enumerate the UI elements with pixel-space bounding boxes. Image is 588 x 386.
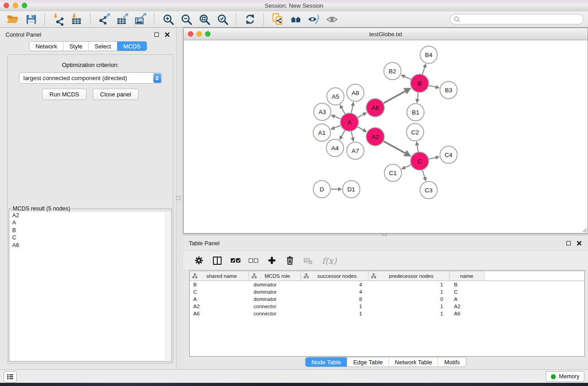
search-input[interactable] xyxy=(462,15,583,23)
graph-node-B3[interactable]: B3 xyxy=(440,81,457,99)
graph-node-B1[interactable]: B1 xyxy=(407,104,424,121)
graph-node-D1[interactable]: D1 xyxy=(343,181,360,198)
zoom-selected-icon[interactable] xyxy=(215,12,229,26)
graph-edge-C-C1[interactable] xyxy=(402,165,411,169)
mcds-result-item[interactable]: A xyxy=(10,219,171,226)
graph-edge-A-A7[interactable] xyxy=(351,132,353,141)
export-image-icon[interactable] xyxy=(134,12,148,26)
mcds-result-item[interactable]: A6 xyxy=(10,242,171,249)
delete-column-icon[interactable] xyxy=(285,255,295,266)
graph-edge-B-B3[interactable] xyxy=(429,86,439,88)
columns-icon[interactable] xyxy=(212,255,223,266)
import-network-icon[interactable] xyxy=(52,12,66,26)
table-row[interactable]: Cdominator41C xyxy=(190,288,584,295)
tab-network-table[interactable]: Network Table xyxy=(388,357,438,367)
graph-node-A3[interactable]: A3 xyxy=(314,103,331,120)
column-header-successor-nodes[interactable]: successor nodes xyxy=(301,271,368,281)
graph-node-D[interactable]: D xyxy=(313,181,330,198)
mcds-result-list[interactable]: A2ABCA6 xyxy=(10,212,171,361)
graph-edge-A-A2[interactable] xyxy=(358,127,366,131)
graph-node-A1[interactable]: A1 xyxy=(313,124,330,141)
zoom-out-icon[interactable] xyxy=(179,12,193,26)
network-canvas[interactable]: B4B2BB3A8A5A6A3B1AA1C2A2A4A7C4CC1C3DD1 xyxy=(184,40,588,233)
graph-node-B4[interactable]: B4 xyxy=(420,46,437,63)
graph-edge-A-A5[interactable] xyxy=(340,105,345,114)
graph-edge-B-B4[interactable] xyxy=(422,64,425,74)
show-display-icon[interactable] xyxy=(325,12,339,26)
tab-motifs[interactable]: Motifs xyxy=(438,357,466,367)
tab-mcds[interactable]: MCDS xyxy=(117,42,146,51)
graph-node-C3[interactable]: C3 xyxy=(420,181,437,199)
graph-edge-A6-B[interactable] xyxy=(383,89,410,103)
graph-edge-A-A6[interactable] xyxy=(358,113,366,117)
float-table-panel-icon[interactable] xyxy=(565,239,572,247)
graph-edge-C-C2[interactable] xyxy=(416,142,418,152)
deselect-all-checkboxes-icon[interactable] xyxy=(249,255,259,266)
graph-node-C2[interactable]: C2 xyxy=(406,124,424,141)
scrollbar-track[interactable] xyxy=(165,212,171,361)
select-all-checkboxes-icon[interactable] xyxy=(230,255,241,266)
tab-style[interactable]: Style xyxy=(63,42,88,51)
close-panel-icon[interactable] xyxy=(163,31,171,38)
mcds-result-item[interactable]: C xyxy=(10,234,171,241)
graph-node-C4[interactable]: C4 xyxy=(440,146,457,163)
graph-node-C1[interactable]: C1 xyxy=(384,164,402,181)
graph-node-B2[interactable]: B2 xyxy=(384,62,401,80)
graph-edge-A-A8[interactable] xyxy=(351,103,354,113)
export-network-icon[interactable] xyxy=(97,12,111,26)
zoom-network-window-button[interactable] xyxy=(205,31,210,37)
close-table-panel-icon[interactable] xyxy=(575,239,583,247)
graph-node-C[interactable]: C xyxy=(411,152,429,170)
tab-edge-table[interactable]: Edge Table xyxy=(347,357,388,367)
open-file-icon[interactable] xyxy=(6,12,20,26)
float-panel-icon[interactable] xyxy=(153,31,160,38)
minimize-network-window-button[interactable] xyxy=(196,31,202,37)
export-table-icon[interactable] xyxy=(115,12,129,26)
table-row[interactable]: A2connector11A2 xyxy=(190,303,584,310)
column-header-name[interactable]: name xyxy=(449,271,484,281)
graph-edge-A2-C[interactable] xyxy=(383,141,410,156)
search-box[interactable] xyxy=(450,14,583,24)
graph-edge-A-A1[interactable] xyxy=(331,125,341,129)
settings-gear-icon[interactable] xyxy=(194,255,204,266)
table-row[interactable]: Adominator80A xyxy=(190,295,584,303)
copy-network-icon[interactable] xyxy=(271,12,285,26)
tab-network[interactable]: Network xyxy=(29,42,63,51)
graph-edge-A-A4[interactable] xyxy=(340,130,345,139)
graph-node-A2[interactable]: A2 xyxy=(366,128,384,146)
graph-node-A4[interactable]: A4 xyxy=(326,139,344,157)
column-header-MCDS-role[interactable]: MCDS role xyxy=(249,271,301,281)
column-header-shared-name[interactable]: shared name xyxy=(190,271,249,281)
panel-divider-grip[interactable] xyxy=(176,196,180,200)
close-network-window-button[interactable] xyxy=(188,31,193,37)
graph-node-A5[interactable]: A5 xyxy=(327,88,344,105)
home-icon[interactable] xyxy=(289,12,303,26)
zoom-fit-icon[interactable] xyxy=(197,12,211,26)
add-column-icon[interactable] xyxy=(267,255,277,266)
resize-grip-icon[interactable] xyxy=(581,226,587,233)
criterion-dropdown[interactable]: largest connected component (directed) xyxy=(19,72,162,84)
graph-edge-C-C4[interactable] xyxy=(429,157,439,159)
run-mcds-button[interactable]: Run MCDS xyxy=(42,89,86,100)
tab-node-table[interactable]: Node Table xyxy=(306,357,347,367)
memory-button[interactable]: Memory xyxy=(546,371,584,382)
network-window-title-bar[interactable]: testGlobe.txt xyxy=(184,28,588,40)
task-history-button[interactable] xyxy=(4,371,17,382)
graph-node-B[interactable]: B xyxy=(411,74,429,92)
import-table-icon[interactable] xyxy=(70,12,84,26)
graph-node-A8[interactable]: A8 xyxy=(347,84,364,101)
close-panel-button[interactable]: Close panel xyxy=(93,89,139,100)
refresh-icon[interactable] xyxy=(243,12,257,26)
save-session-icon[interactable] xyxy=(24,12,38,26)
graph-edge-C-C3[interactable] xyxy=(422,170,425,181)
graph-node-A[interactable]: A xyxy=(340,113,359,131)
graph-edge-B-B1[interactable] xyxy=(417,93,418,102)
table-row[interactable]: A6connector11A6 xyxy=(190,310,584,317)
graph-edge-A-A3[interactable] xyxy=(332,115,341,119)
graph-node-A7[interactable]: A7 xyxy=(347,142,364,159)
zoom-in-icon[interactable] xyxy=(161,12,175,26)
graph-node-A6[interactable]: A6 xyxy=(366,99,384,117)
hide-display-icon[interactable] xyxy=(307,12,321,26)
table-row[interactable]: Bdominator41B xyxy=(190,281,584,288)
mcds-result-item[interactable]: B xyxy=(10,227,171,234)
